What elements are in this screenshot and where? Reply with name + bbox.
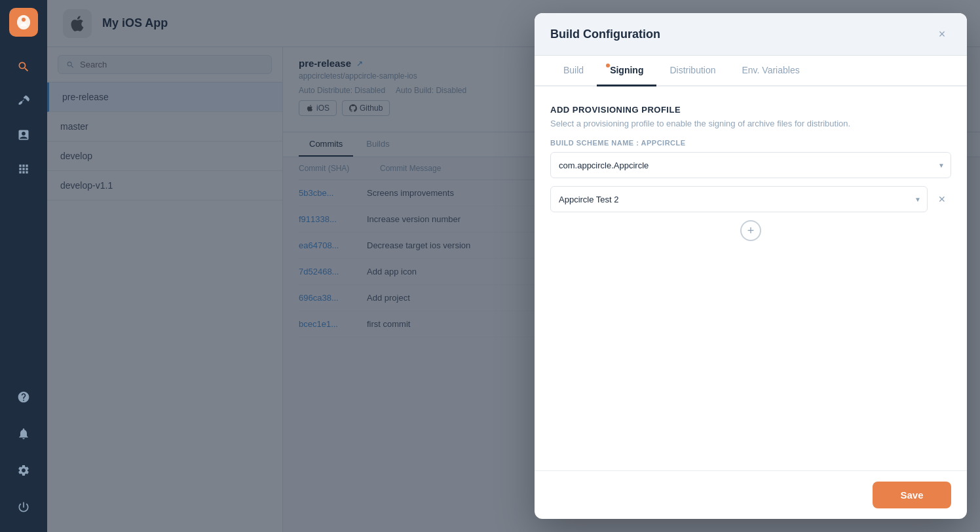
bell-icon-btn[interactable]: [9, 419, 38, 448]
modal-tab-signing[interactable]: Signing: [597, 56, 656, 86]
modal-tab-signing-label: Signing: [610, 65, 643, 75]
save-button[interactable]: Save: [873, 482, 951, 508]
help-icon-btn[interactable]: [9, 383, 38, 411]
modal-footer: Save: [535, 470, 967, 519]
delete-profile-button[interactable]: ✕: [933, 190, 951, 208]
modal-close-button[interactable]: ×: [933, 25, 951, 43]
app-logo[interactable]: [9, 8, 38, 37]
add-profile-button[interactable]: +: [740, 220, 761, 241]
section-title: ADD PROVISIONING PROFILE: [550, 105, 951, 115]
bundle-id-select[interactable]: com.appcircle.Appcircle: [550, 152, 951, 178]
modal-body: ADD PROVISIONING PROFILE Select a provis…: [535, 86, 967, 470]
bundle-id-row: com.appcircle.Appcircle ▼: [550, 152, 951, 178]
sidebar-item-reports[interactable]: [9, 121, 38, 149]
sidebar-item-build[interactable]: [9, 52, 38, 81]
profile-select-wrapper: Appcircle Test 2 ▼: [550, 186, 928, 212]
sidebar-item-integrations[interactable]: [9, 155, 38, 183]
modal-tab-build[interactable]: Build: [550, 56, 597, 86]
add-row: +: [550, 220, 951, 241]
modal-tab-bar: Build Signing Distribution Env. Variable…: [535, 56, 967, 86]
profile-row: Appcircle Test 2 ▼ ✕: [550, 186, 951, 212]
sidebar-bottom: [9, 380, 38, 524]
power-icon-btn[interactable]: [9, 493, 38, 522]
modal-title: Build Configuration: [550, 28, 660, 41]
app-container: My iOS App pre-release master develop de…: [0, 0, 980, 532]
modal-tab-distribution[interactable]: Distribution: [656, 56, 728, 86]
profile-select[interactable]: Appcircle Test 2: [550, 186, 928, 212]
sidebar: [0, 0, 47, 532]
gear-icon-btn[interactable]: [9, 456, 38, 485]
sidebar-item-hammer[interactable]: [9, 86, 38, 115]
modal-tab-env[interactable]: Env. Variables: [729, 56, 813, 86]
section-desc: Select a provisioning profile to enable …: [550, 119, 951, 128]
scheme-label: BUILD SCHEME NAME : Appcircle: [550, 139, 951, 147]
svg-point-0: [22, 18, 26, 22]
bundle-id-select-wrapper: com.appcircle.Appcircle ▼: [550, 152, 951, 178]
modal-header: Build Configuration ×: [535, 13, 967, 56]
build-config-modal: Build Configuration × Build Signing Dist…: [535, 13, 967, 519]
